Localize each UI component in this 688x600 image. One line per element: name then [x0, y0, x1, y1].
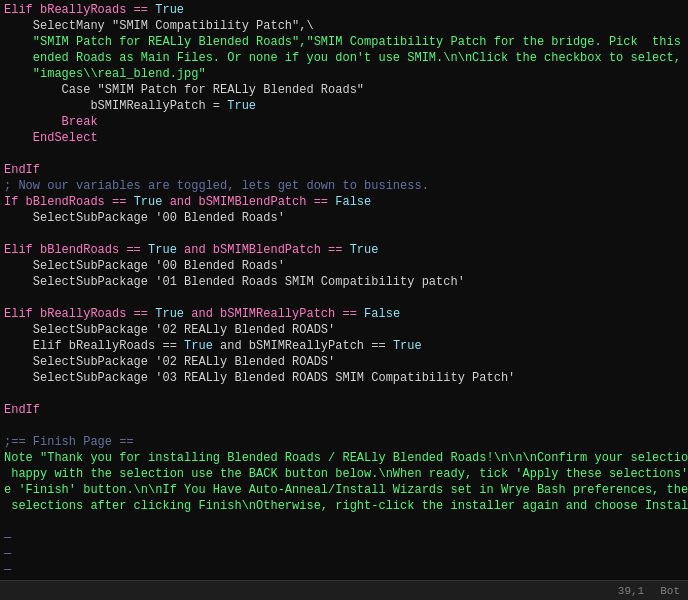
- code-line: Note "Thank you for installing Blended R…: [0, 450, 688, 466]
- code-line: [0, 290, 688, 306]
- code-line: e 'Finish' button.\n\nIf You Have Auto-A…: [0, 482, 688, 498]
- code-line: SelectSubPackage '00 Blended Roads': [0, 258, 688, 274]
- code-line: [0, 226, 688, 242]
- code-line: If bBlendRoads == True and bSMIMBlendPat…: [0, 194, 688, 210]
- code-line: Elif bReallyRoads == True: [0, 2, 688, 18]
- code-line: ;== Finish Page ==: [0, 434, 688, 450]
- code-line: EndIf: [0, 402, 688, 418]
- cursor-position: 39,1: [618, 585, 644, 597]
- code-line: SelectMany "SMIM Compatibility Patch",\: [0, 18, 688, 34]
- code-line: SelectSubPackage '03 REALly Blended ROAD…: [0, 370, 688, 386]
- code-line: [0, 418, 688, 434]
- code-line: Break: [0, 114, 688, 130]
- code-line: SelectSubPackage '00 Blended Roads': [0, 210, 688, 226]
- code-line: Elif bReallyRoads == True and bSMIMReall…: [0, 338, 688, 354]
- code-line: Elif bBlendRoads == True and bSMIMBlendP…: [0, 242, 688, 258]
- code-line: —: [0, 530, 688, 546]
- editor-container: Elif bReallyRoads == True SelectMany "SM…: [0, 0, 688, 600]
- code-line: SelectSubPackage '02 REALly Blended ROAD…: [0, 322, 688, 338]
- code-line: happy with the selection use the BACK bu…: [0, 466, 688, 482]
- code-line: SelectSubPackage '02 REALly Blended ROAD…: [0, 354, 688, 370]
- code-line: ended Roads as Main Files. Or none if yo…: [0, 50, 688, 66]
- code-line: [0, 514, 688, 530]
- code-line: bSMIMReallyPatch = True: [0, 98, 688, 114]
- status-bar: 39,1 Bot: [0, 580, 688, 600]
- code-line: —: [0, 546, 688, 562]
- code-line: Elif bReallyRoads == True and bSMIMReall…: [0, 306, 688, 322]
- code-line: selections after clicking Finish\nOtherw…: [0, 498, 688, 514]
- code-area[interactable]: Elif bReallyRoads == True SelectMany "SM…: [0, 0, 688, 580]
- code-line: ; Now our variables are toggled, lets ge…: [0, 178, 688, 194]
- editor-mode: Bot: [660, 585, 680, 597]
- code-line: [0, 386, 688, 402]
- code-line: —: [0, 562, 688, 578]
- code-line: EndSelect: [0, 130, 688, 146]
- code-line: SelectSubPackage '01 Blended Roads SMIM …: [0, 274, 688, 290]
- code-line: "SMIM Patch for REALly Blended Roads","S…: [0, 34, 688, 50]
- code-line: "images\\real_blend.jpg": [0, 66, 688, 82]
- code-line: [0, 146, 688, 162]
- code-line: EndIf: [0, 162, 688, 178]
- code-line: Case "SMIM Patch for REALly Blended Road…: [0, 82, 688, 98]
